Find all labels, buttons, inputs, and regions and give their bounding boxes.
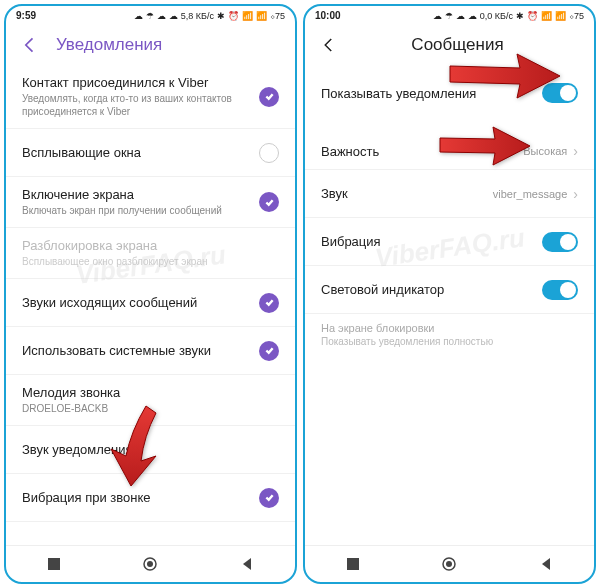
setting-row[interactable]: Включение экранаВключать экран при получ… (6, 177, 295, 228)
page-title: Уведомления (56, 35, 162, 55)
toggle-switch[interactable] (542, 232, 578, 252)
row-value: viber_message (493, 188, 568, 200)
status-time: 9:59 (16, 10, 36, 21)
row-subtitle: Всплывающее окно разблокирует экран (22, 255, 279, 268)
row-title: Показывать уведомления (321, 86, 542, 101)
toggle-switch[interactable] (542, 280, 578, 300)
setting-row[interactable]: Вибрация при звонке (6, 474, 295, 522)
row-subtitle: Включать экран при получении сообщений (22, 204, 259, 217)
section-sublabel: Показывать уведомления полностью (305, 336, 594, 355)
checkmark-icon[interactable] (259, 488, 279, 508)
toggle-switch[interactable] (542, 83, 578, 103)
back-icon[interactable] (20, 35, 40, 55)
row-title: Звуки исходящих сообщений (22, 295, 259, 310)
checkmark-icon[interactable] (259, 293, 279, 313)
row-value: Высокая (523, 145, 567, 157)
setting-row[interactable]: Звук viber_message› (305, 170, 594, 218)
nav-back-icon[interactable] (538, 556, 554, 572)
nav-recent-icon[interactable] (46, 556, 62, 572)
checkbox-empty[interactable] (259, 143, 279, 163)
nav-home-icon[interactable] (441, 556, 457, 572)
chevron-right-icon: › (573, 143, 578, 159)
statusbar: 10:00 ☁☂☁☁ 0,0 КБ/с ✱⏰📶📶 ⬦75 (305, 6, 594, 25)
row-subtitle: Уведомлять, когда кто-то из ваших контак… (22, 92, 259, 118)
phone-left: 9:59 ☁☂☁☁ 5,8 КБ/с ✱⏰📶📶 ⬦75 Уведомления … (4, 4, 297, 584)
nav-recent-icon[interactable] (345, 556, 361, 572)
row-title: Звук (321, 186, 493, 201)
setting-row[interactable]: Вибрация (305, 218, 594, 266)
row-title: Мелодия звонка (22, 385, 279, 400)
setting-row[interactable]: Звук уведомления (6, 426, 295, 474)
header: Сообщения (305, 25, 594, 65)
svg-rect-3 (347, 558, 359, 570)
row-title: Вибрация при звонке (22, 490, 259, 505)
row-title: Звук уведомления (22, 442, 279, 457)
checkmark-icon[interactable] (259, 192, 279, 212)
row-title: Важность (321, 144, 523, 159)
setting-row[interactable]: Всплывающие окна (6, 129, 295, 177)
navbar (6, 545, 295, 582)
row-subtitle: DROELOE-BACKB (22, 402, 279, 415)
back-icon[interactable] (319, 35, 339, 55)
page-title: Сообщения (355, 35, 560, 55)
header: Уведомления (6, 25, 295, 65)
navbar (305, 545, 594, 582)
phone-right: 10:00 ☁☂☁☁ 0,0 КБ/с ✱⏰📶📶 ⬦75 Сообщения П… (303, 4, 596, 584)
svg-point-2 (147, 561, 153, 567)
setting-row[interactable]: Световой индикатор (305, 266, 594, 314)
settings-list: Показывать уведомления Важность Высокая›… (305, 65, 594, 545)
row-title: Разблокировка экрана (22, 238, 279, 253)
setting-row[interactable]: Использовать системные звуки (6, 327, 295, 375)
nav-back-icon[interactable] (239, 556, 255, 572)
row-title: Включение экрана (22, 187, 259, 202)
setting-row[interactable]: Контакт присоединился к ViberУведомлять,… (6, 65, 295, 129)
row-title: Использовать системные звуки (22, 343, 259, 358)
nav-home-icon[interactable] (142, 556, 158, 572)
row-title: Контакт присоединился к Viber (22, 75, 259, 90)
setting-row[interactable]: Важность Высокая› (305, 121, 594, 170)
setting-row[interactable]: Разблокировка экранаВсплывающее окно раз… (6, 228, 295, 279)
row-title: Световой индикатор (321, 282, 542, 297)
chevron-right-icon: › (573, 186, 578, 202)
status-right: ☁☂☁☁ 0,0 КБ/с ✱⏰📶📶 ⬦75 (433, 11, 584, 21)
row-title: Вибрация (321, 234, 542, 249)
checkmark-icon[interactable] (259, 87, 279, 107)
section-label: На экране блокировки (305, 314, 594, 336)
svg-rect-0 (48, 558, 60, 570)
status-right: ☁☂☁☁ 5,8 КБ/с ✱⏰📶📶 ⬦75 (134, 11, 285, 21)
setting-row[interactable]: Показывать уведомления (305, 65, 594, 121)
statusbar: 9:59 ☁☂☁☁ 5,8 КБ/с ✱⏰📶📶 ⬦75 (6, 6, 295, 25)
row-title: Всплывающие окна (22, 145, 259, 160)
status-time: 10:00 (315, 10, 341, 21)
settings-list: Контакт присоединился к ViberУведомлять,… (6, 65, 295, 545)
setting-row[interactable]: Мелодия звонкаDROELOE-BACKB (6, 375, 295, 426)
svg-point-5 (446, 561, 452, 567)
setting-row[interactable]: Звуки исходящих сообщений (6, 279, 295, 327)
checkmark-icon[interactable] (259, 341, 279, 361)
